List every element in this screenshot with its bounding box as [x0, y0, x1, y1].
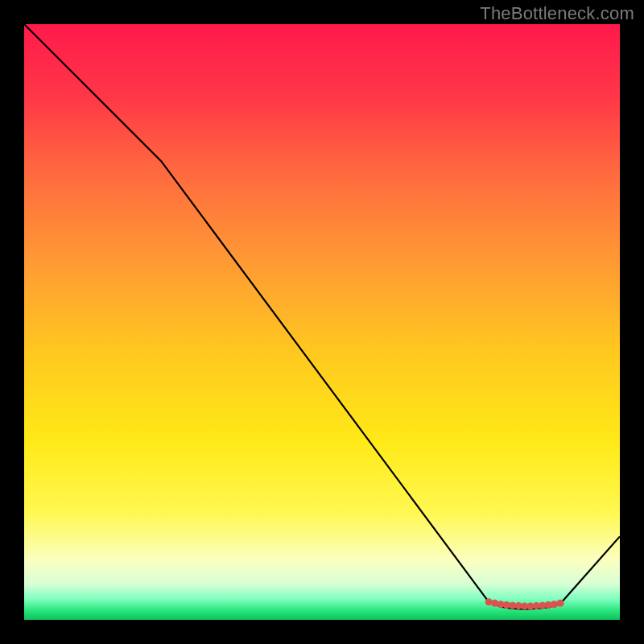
marker-point	[491, 600, 498, 607]
attribution-label: TheBottleneck.com	[480, 3, 634, 24]
chart-container: TheBottleneck.com	[0, 0, 644, 644]
marker-point	[485, 598, 493, 605]
chart-svg	[24, 24, 620, 620]
plot-area	[24, 24, 620, 620]
marker-point	[551, 601, 558, 608]
marker-point	[557, 600, 564, 607]
